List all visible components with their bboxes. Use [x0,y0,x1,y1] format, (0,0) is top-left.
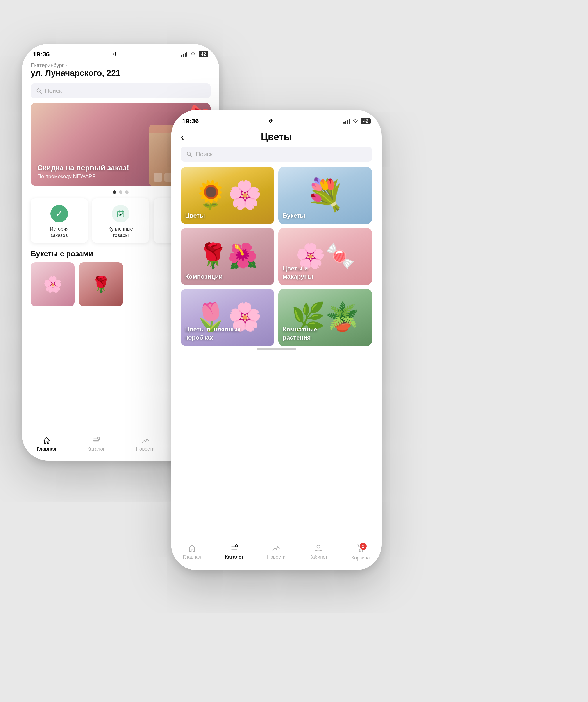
search-icon-2 [186,151,193,157]
cat-card-indoor[interactable]: Комнатныерастения [278,289,372,346]
svg-line-5 [40,92,42,94]
location-street: ул. Луначарского, 221 [31,69,211,78]
cat-label-indoor: Комнатныерастения [283,326,317,342]
cat-label-macarons: Цветы имакаруны [283,264,313,280]
svg-rect-1 [183,54,184,56]
signal-icon-2 [343,119,350,123]
purchased-icon-wrap [112,205,129,222]
p2-search-bar[interactable]: Поиск [181,147,372,162]
cat-label-compositions: Композиции [185,273,223,280]
p2-home-icon [188,544,197,552]
history-check-icon: ✓ [50,205,68,222]
cart-badge: 2 [360,543,367,550]
svg-line-18 [190,155,192,157]
p2-header: ‹ Цветы [171,127,382,144]
p2-nav-cart-label: Корзина [351,555,370,561]
svg-point-24 [317,545,320,548]
cat-label-flowers: Цветы [185,212,205,220]
category-grid: Цветы Букеты Композиции Цветы имакаруны … [171,167,382,346]
p2-nav-catalog-label: Каталог [225,554,243,560]
svg-rect-16 [349,119,350,123]
p2-catalog-icon [230,544,239,552]
status-icons-1: 42 [181,51,208,57]
p2-nav-news[interactable]: Новости [255,544,298,561]
cart-icon-wrap: 2 [356,544,365,553]
cat-card-macarons[interactable]: Цветы имакаруны [278,228,372,285]
battery-1: 42 [199,51,208,57]
dot-1 [113,191,116,194]
news-icon [141,436,149,445]
cat-label-hatbox: Цветы в шляпныхкоробках [185,326,241,342]
svg-point-25 [359,551,361,552]
p2-page-title: Цветы [261,131,292,142]
cat-card-hatbox[interactable]: Цветы в шляпныхкоробках [181,289,274,346]
nav-home-label-1: Главная [37,446,56,452]
location-arrow-icon-2: ✈ [269,118,273,124]
time-2: 19:36 [182,117,199,125]
nav-news-label-1: Новости [136,446,155,452]
svg-rect-2 [185,53,186,56]
search-bar-1[interactable]: Поиск [31,83,211,98]
wifi-icon-1 [190,52,196,56]
banner-subtitle: По промокоду NEWAPP [37,173,129,180]
qa-order-history[interactable]: ✓ Историязаказов [31,198,88,243]
p2-nav-account[interactable]: Кабинет [298,544,340,561]
svg-rect-3 [187,52,187,56]
p2-account-icon [314,544,323,552]
purchased-icon [116,209,126,219]
status-bar-2: 19:36 ✈ 42 [171,110,382,127]
battery-2: 42 [361,118,371,124]
chevron-right-icon: › [66,63,67,68]
p2-nav-catalog[interactable]: Каталог [213,544,255,561]
search-icon-1 [36,88,42,94]
p2-search-placeholder: Поиск [196,151,213,158]
cat-label-bouquets: Букеты [283,212,305,220]
back-button[interactable]: ‹ [181,131,185,142]
p2-nav-account-label: Кабинет [309,554,328,560]
svg-line-23 [237,547,238,548]
svg-rect-0 [181,55,182,56]
p2-nav-news-label: Новости [267,554,285,560]
svg-rect-13 [343,122,345,123]
phone-2: 19:36 ✈ 42 ‹ Цветы Поиск [171,110,382,570]
qa-label-history: Историязаказов [35,226,83,238]
nav-catalog-1[interactable]: Каталог [71,436,121,452]
svg-point-26 [362,551,363,552]
location-arrow-icon-1: ✈ [113,51,118,57]
svg-rect-14 [345,121,346,123]
signal-icon-1 [181,52,187,56]
catalog-icon [92,436,100,445]
bottom-nav-2: Главная Каталог Новости Кабинет [171,539,382,570]
location-city[interactable]: Екатеринбург › [31,62,211,69]
dot-3 [125,191,128,194]
banner-text: Скидка на первый заказ! По промокоду NEW… [37,163,129,180]
nav-news-1[interactable]: Новости [121,436,170,452]
p2-nav-home[interactable]: Главная [171,544,213,561]
nav-catalog-label-1: Каталог [87,446,105,452]
qa-label-purchased: Купленныетовары [97,226,145,238]
nav-home-1[interactable]: Главная [22,436,71,452]
search-placeholder-1: Поиск [45,87,62,94]
product-card-red-roses[interactable]: 🌹 [79,262,123,306]
svg-rect-15 [347,120,348,123]
qa-purchased[interactable]: Купленныетовары [92,198,149,243]
svg-line-11 [99,439,100,440]
qa-icon-purchased [112,205,129,222]
dot-2 [119,191,122,194]
cat-card-compositions[interactable]: Композиции [181,228,274,285]
p2-news-icon [272,544,281,552]
qa-icon-history: ✓ [50,205,68,222]
home-indicator-2 [171,346,382,352]
product-card-pink-roses[interactable]: 🌸 [31,262,75,306]
status-icons-2: 42 [343,118,371,124]
home-icon [42,436,51,445]
location-bar: Екатеринбург › ул. Луначарского, 221 [31,60,211,81]
p2-nav-home-label: Главная [183,554,201,560]
status-bar-1: 19:36 ✈ 42 [22,44,219,60]
cat-card-bouquets[interactable]: Букеты [278,167,372,224]
banner-title: Скидка на первый заказ! [37,163,129,172]
p2-nav-cart[interactable]: 2 Корзина [340,544,382,561]
cat-card-flowers[interactable]: Цветы [181,167,274,224]
wifi-icon-2 [352,119,358,123]
time-1: 19:36 [33,50,50,58]
